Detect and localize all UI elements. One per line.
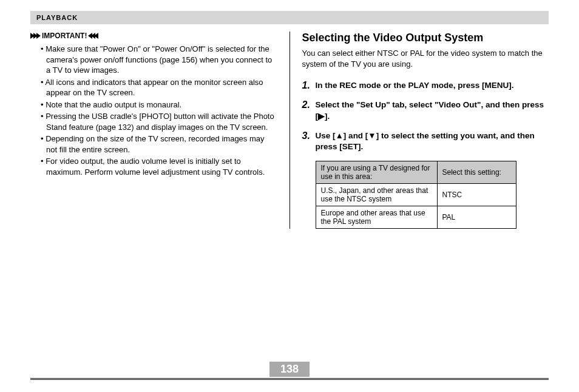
bullet-item: Note that the audio output is monaural. <box>46 100 277 110</box>
step-item: 3. Use [▲] and [▼] to select the setting… <box>302 130 549 152</box>
triangles-left-icon <box>89 33 98 39</box>
table-cell: U.S., Japan, and other areas that use th… <box>316 184 437 206</box>
table-header-row: If you are using a TV designed for use i… <box>316 161 516 184</box>
important-label: IMPORTANT! <box>42 32 87 40</box>
table-cell: PAL <box>437 206 516 229</box>
triangles-right-icon <box>30 33 39 39</box>
right-heading: Selecting the Video Output System <box>302 32 549 44</box>
step-number: 2. <box>302 100 316 121</box>
table-cell: Europe and other areas that use the PAL … <box>316 206 437 229</box>
bullet-item: All icons and indicators that appear on … <box>46 77 277 98</box>
right-intro: You can select either NTSC or PAL for th… <box>302 48 549 69</box>
procedure-steps: 1. In the REC mode or the PLAY mode, pre… <box>302 80 549 152</box>
page-number: 138 <box>269 362 310 377</box>
section-header-bar: PLAYBACK <box>30 11 549 24</box>
step-item: 1. In the REC mode or the PLAY mode, pre… <box>302 80 549 91</box>
step-text: Select the "Set Up" tab, select "Video O… <box>316 100 549 121</box>
table-row: Europe and other areas that use the PAL … <box>316 206 516 229</box>
table-header-cell: Select this setting: <box>437 161 516 184</box>
table-row: U.S., Japan, and other areas that use th… <box>316 184 516 206</box>
step-number: 1. <box>302 80 316 91</box>
important-bullet-list: Make sure that "Power On" or "Power On/O… <box>30 44 277 178</box>
step-text: Use [▲] and [▼] to select the setting yo… <box>316 130 549 152</box>
step-text: In the REC mode or the PLAY mode, press … <box>316 80 514 91</box>
footer-rule <box>30 378 549 380</box>
page-footer: 138 <box>30 362 549 380</box>
bullet-item: For video output, the audio volume level… <box>46 156 277 177</box>
step-item: 2. Select the "Set Up" tab, select "Vide… <box>302 100 549 121</box>
bullet-item: Make sure that "Power On" or "Power On/O… <box>46 44 277 76</box>
two-column-body: IMPORTANT! Make sure that "Power On" or … <box>30 32 549 229</box>
table-cell: NTSC <box>437 184 516 206</box>
section-header: PLAYBACK <box>36 14 78 21</box>
page-number-wrap: 138 <box>30 362 549 377</box>
step-number: 3. <box>302 130 316 152</box>
bullet-item: Pressing the USB cradle's [PHOTO] button… <box>46 111 277 132</box>
bullet-item: Depending on the size of the TV screen, … <box>46 133 277 155</box>
left-column: IMPORTANT! Make sure that "Power On" or … <box>30 32 290 229</box>
manual-page: PLAYBACK IMPORTANT! Make sure that "Powe… <box>0 0 579 392</box>
important-callout: IMPORTANT! <box>30 32 277 40</box>
video-system-table: If you are using a TV designed for use i… <box>316 161 516 229</box>
table-header-cell: If you are using a TV designed for use i… <box>316 161 437 184</box>
right-column: Selecting the Video Output System You ca… <box>290 32 549 229</box>
